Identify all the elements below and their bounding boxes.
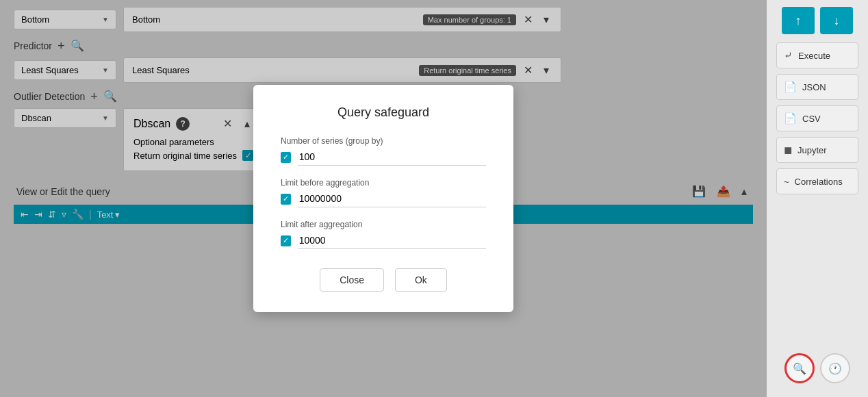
field3-checkbox[interactable]: ✓ — [281, 235, 291, 246]
modal-overlay: Query safeguard Number of series (group … — [0, 0, 767, 397]
jupyter-btn[interactable]: ◼ Jupyter — [776, 137, 858, 163]
field1-input[interactable] — [298, 149, 486, 166]
modal-field-series-row: ✓ — [281, 149, 486, 166]
correlations-icon: ~ — [784, 177, 789, 187]
modal-field-limit-after: Limit after aggregation ✓ — [281, 220, 486, 249]
csv-label: CSV — [802, 114, 821, 124]
down-icon: ↓ — [834, 14, 840, 28]
modal-field-series-label: Number of series (group by) — [281, 136, 486, 146]
sidebar-top-row: ↑ ↓ — [782, 7, 853, 34]
history-btn[interactable]: 🕐 — [820, 353, 850, 383]
field2-input[interactable] — [298, 190, 486, 207]
search-highlighted-icon: 🔍 — [793, 362, 806, 375]
modal-field-series: Number of series (group by) ✓ — [281, 136, 486, 166]
modal-field-limit-after-row: ✓ — [281, 232, 486, 249]
up-icon: ↑ — [795, 14, 802, 28]
query-safeguard-modal: Query safeguard Number of series (group … — [253, 85, 513, 312]
down-btn[interactable]: ↓ — [820, 7, 853, 34]
modal-field-limit-after-label: Limit after aggregation — [281, 220, 486, 229]
modal-title: Query safeguard — [281, 105, 486, 120]
json-icon: 📄 — [784, 81, 797, 93]
csv-btn[interactable]: 📄 CSV — [776, 105, 858, 131]
field1-checkbox[interactable]: ✓ — [281, 152, 291, 163]
execute-icon: ⤶ — [784, 49, 793, 62]
up-btn[interactable]: ↑ — [782, 7, 815, 34]
search-highlighted-btn[interactable]: 🔍 — [784, 353, 815, 383]
modal-field-limit-before-row: ✓ — [281, 190, 486, 207]
modal-field-limit-before-label: Limit before aggregation — [281, 178, 486, 188]
history-icon: 🕐 — [828, 362, 842, 375]
json-btn[interactable]: 📄 JSON — [776, 74, 858, 100]
execute-label: Execute — [798, 51, 830, 61]
field3-input[interactable] — [298, 232, 486, 249]
jupyter-label: Jupyter — [797, 145, 827, 155]
json-label: JSON — [802, 82, 826, 92]
correlations-label: Correlations — [795, 177, 843, 187]
modal-ok-btn[interactable]: Ok — [395, 268, 447, 292]
csv-icon: 📄 — [784, 112, 797, 125]
field2-checkbox[interactable]: ✓ — [281, 194, 291, 205]
sidebar-bottom-row: 🔍 🕐 — [784, 353, 850, 383]
execute-btn[interactable]: ⤶ Execute — [776, 42, 858, 68]
modal-field-limit-before: Limit before aggregation ✓ — [281, 178, 486, 207]
correlations-btn[interactable]: ~ Correlations — [776, 168, 858, 194]
jupyter-icon: ◼ — [784, 144, 792, 156]
modal-close-btn[interactable]: Close — [320, 268, 384, 292]
right-sidebar: ↑ ↓ ⤶ Execute 📄 JSON 📄 CSV ◼ Jupyter ~ C… — [767, 0, 868, 397]
modal-buttons: Close Ok — [281, 268, 486, 292]
